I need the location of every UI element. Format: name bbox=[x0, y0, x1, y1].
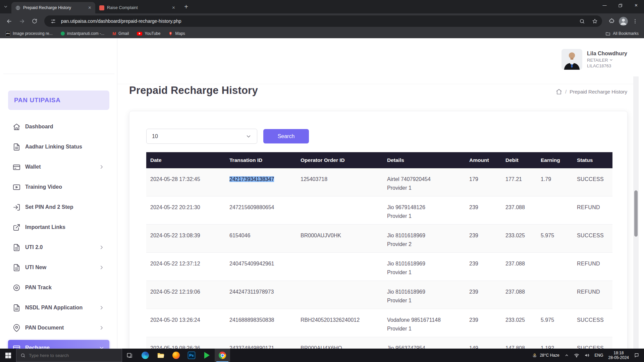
page-size-select[interactable]: 10 bbox=[146, 129, 257, 144]
sidebar-item-wallet[interactable]: Wallet bbox=[8, 159, 109, 175]
cell-debit: 177.21 bbox=[501, 168, 537, 196]
start-button[interactable] bbox=[0, 349, 16, 362]
cell-date: 2024-05-28 17:32:45 bbox=[146, 168, 225, 196]
taskbar-app-firefox[interactable] bbox=[168, 349, 184, 362]
taskbar-app-task-view[interactable] bbox=[122, 349, 138, 362]
taskbar-search[interactable] bbox=[16, 349, 122, 362]
cell-amount: 239 bbox=[465, 309, 501, 337]
taskbar-app-photoshop[interactable]: Ps bbox=[184, 349, 199, 362]
media-play-icon bbox=[204, 352, 210, 359]
url-text[interactable]: pan.utipaisa.com/dashboard/prepaid-recha… bbox=[61, 18, 574, 24]
window-controls: — ✕ bbox=[597, 0, 644, 11]
tab-search-chevron-icon[interactable] bbox=[0, 1, 11, 12]
weather-widget[interactable]: 28°C Haze bbox=[532, 353, 559, 358]
sidebar-item-set-pin-and-2-step[interactable]: Set PIN And 2 Step bbox=[8, 199, 109, 215]
sidebar-item-uti-new[interactable]: UTI New bbox=[8, 259, 109, 276]
tab-list: Prepaid Recharge History✕Raise Complaint… bbox=[11, 0, 179, 13]
taskbar-app-edge[interactable] bbox=[138, 349, 153, 362]
scrollbar-thumb[interactable] bbox=[634, 190, 638, 237]
chevron-right-icon bbox=[99, 164, 105, 170]
volume-icon[interactable] bbox=[584, 353, 590, 358]
table-row: 2024-05-19 08:26:36243374849890171BR000A… bbox=[146, 337, 612, 349]
cell-date: 2024-05-22 12:37:12 bbox=[146, 253, 225, 281]
table-row: 2024-05-22 13:08:396154046BR000AUJV0HKJi… bbox=[146, 225, 612, 253]
sidebar-item-important-links[interactable]: Important Links bbox=[8, 219, 109, 235]
bookmark-star-icon[interactable] bbox=[590, 16, 599, 26]
transaction-id-text[interactable]: 243374849890171 bbox=[229, 345, 274, 349]
new-tab-button[interactable]: + bbox=[181, 2, 191, 12]
user-meta: Lila Chowdhury RETAILER LILAC18763 bbox=[587, 51, 627, 68]
tab-close-icon[interactable]: ✕ bbox=[171, 5, 176, 11]
cell-operator-order-id: BR000AUJV0HK bbox=[297, 225, 383, 252]
browser-menu-icon[interactable] bbox=[629, 15, 641, 27]
file-explorer-icon bbox=[157, 352, 164, 359]
cell-debit: 237.088 bbox=[501, 196, 537, 224]
forward-icon[interactable] bbox=[16, 15, 28, 27]
window-restore-button[interactable] bbox=[612, 0, 628, 11]
taskbar-app-media-play[interactable] bbox=[199, 349, 215, 362]
extensions-icon[interactable] bbox=[606, 15, 618, 27]
sidebar-item-aadhar-linking-status[interactable]: Aadhar Linking Status bbox=[8, 139, 109, 155]
sidebar-item-pan-document[interactable]: PAN Document bbox=[8, 320, 109, 336]
back-icon[interactable] bbox=[3, 15, 15, 27]
tab-close-icon[interactable]: ✕ bbox=[87, 5, 93, 11]
browser-tab-raise-complaint[interactable]: Raise Complaint✕ bbox=[95, 2, 179, 13]
external-link-icon bbox=[13, 224, 20, 231]
bookmark-item[interactable]: instantpanuti.com -... bbox=[61, 31, 104, 36]
brand-box[interactable]: PAN UTIPAISA bbox=[8, 90, 109, 110]
sidebar-item-nsdl-pan-application[interactable]: NSDL PAN Application bbox=[8, 300, 109, 316]
cell-transaction-id: 244247311978973 bbox=[225, 281, 297, 309]
column-header-earning: Earning bbox=[537, 157, 573, 163]
bookmark-item[interactable]: YouTube bbox=[137, 31, 160, 36]
tab-title: Prepaid Recharge History bbox=[23, 5, 84, 10]
cell-earning bbox=[537, 253, 573, 281]
notification-center-icon[interactable] bbox=[634, 353, 639, 358]
bookmark-item[interactable]: MGmail bbox=[112, 31, 129, 36]
all-bookmarks-button[interactable]: All Bookmarks bbox=[605, 31, 639, 36]
search-button[interactable]: Search bbox=[263, 129, 309, 143]
user-role[interactable]: RETAILER bbox=[587, 58, 627, 63]
sidebar-item-dashboard[interactable]: Dashboard bbox=[8, 119, 109, 135]
browser-profile-avatar[interactable] bbox=[619, 17, 628, 26]
weather-haze-icon bbox=[532, 353, 537, 358]
bookmark-label: Maps bbox=[175, 31, 185, 36]
cell-operator-order-id bbox=[297, 196, 383, 224]
sidebar-item-recharge[interactable]: Recharge bbox=[8, 340, 109, 349]
taskbar-app-file-explorer[interactable] bbox=[153, 349, 168, 362]
sidebar-item-pan-track[interactable]: PAN Track bbox=[8, 280, 109, 296]
transaction-id-text[interactable]: 6154046 bbox=[229, 233, 250, 238]
bookmark-item[interactable]: Maps bbox=[168, 31, 185, 36]
reload-icon[interactable] bbox=[29, 15, 40, 27]
transaction-id-text[interactable]: 247215609880654 bbox=[229, 204, 274, 210]
cell-details: Jio 9679148126Provider 1 bbox=[383, 196, 465, 224]
zoom-icon[interactable] bbox=[577, 16, 587, 26]
tray-expand-icon[interactable] bbox=[565, 353, 569, 358]
address-bar[interactable]: pan.utipaisa.com/dashboard/prepaid-recha… bbox=[44, 15, 602, 27]
transaction-id-text[interactable]: 241688898350838 bbox=[229, 317, 274, 323]
window-minimize-button[interactable]: — bbox=[597, 0, 612, 11]
taskbar-search-input[interactable] bbox=[29, 353, 109, 358]
taskbar-app-chrome[interactable] bbox=[215, 349, 230, 362]
system-tray: 28°C Haze ENG 18:18 28-05-2024 bbox=[532, 349, 644, 362]
transaction-id-text[interactable]: 242173934138347 bbox=[229, 176, 274, 182]
cell-operator-order-id: BR000AU4X6HQ bbox=[297, 337, 383, 349]
language-indicator[interactable]: ENG bbox=[595, 353, 603, 358]
cell-transaction-id: 243374849890171 bbox=[225, 337, 297, 349]
page-scrollbar[interactable] bbox=[633, 76, 639, 349]
home-icon[interactable] bbox=[556, 88, 562, 95]
cell-operator-order-id: RBH2405201326240012 bbox=[297, 309, 383, 337]
user-profile[interactable]: Lila Chowdhury RETAILER LILAC18763 bbox=[561, 49, 627, 70]
network-icon[interactable] bbox=[574, 353, 579, 358]
taskbar-clock[interactable]: 18:18 28-05-2024 bbox=[608, 351, 629, 360]
cell-earning bbox=[537, 281, 573, 309]
sidebar-item-training-video[interactable]: Training Video bbox=[8, 179, 109, 195]
window-close-button[interactable]: ✕ bbox=[628, 0, 644, 11]
sidebar-item-uti-2-0[interactable]: UTI 2.0 bbox=[8, 239, 109, 255]
site-settings-icon[interactable] bbox=[48, 16, 58, 26]
transaction-id-text[interactable]: 244247311978973 bbox=[229, 289, 274, 295]
browser-tab-prepaid-recharge-history[interactable]: Prepaid Recharge History✕ bbox=[11, 2, 95, 13]
bookmarks-list: JPGImage processing re...instantpanuti.c… bbox=[5, 31, 185, 36]
bookmark-item[interactable]: JPGImage processing re... bbox=[5, 31, 53, 36]
transaction-id-text[interactable]: 240475409942961 bbox=[229, 261, 274, 266]
cell-amount: 239 bbox=[465, 281, 501, 309]
